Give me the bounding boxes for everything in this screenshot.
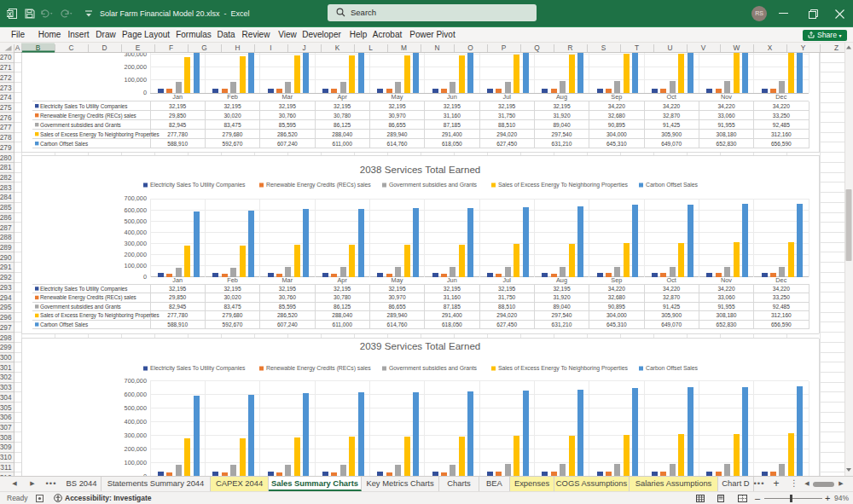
svg-text:31,750: 31,750 <box>498 113 516 119</box>
svg-text:308,180: 308,180 <box>717 312 737 318</box>
svg-text:400,000: 400,000 <box>125 418 147 426</box>
svg-text:280: 280 <box>0 154 12 162</box>
svg-text:308: 308 <box>0 433 12 442</box>
svg-text:31,160: 31,160 <box>444 113 461 119</box>
svg-text:T: T <box>635 43 639 52</box>
svg-text:Aug: Aug <box>556 276 567 284</box>
svg-text:618,050: 618,050 <box>442 322 462 327</box>
svg-text:627,450: 627,450 <box>496 141 517 147</box>
svg-text:277: 277 <box>0 123 12 131</box>
svg-text:29,850: 29,850 <box>169 294 187 300</box>
svg-text:30,760: 30,760 <box>279 113 297 119</box>
svg-text:286: 286 <box>0 213 12 222</box>
svg-text:300: 300 <box>0 353 12 362</box>
svg-text:611,000: 611,000 <box>332 322 352 327</box>
svg-text:Oct: Oct <box>666 93 676 101</box>
svg-text:W: W <box>734 43 740 52</box>
svg-text:A: A <box>15 43 20 52</box>
svg-text:H: H <box>235 43 241 52</box>
svg-text:30,760: 30,760 <box>279 294 297 300</box>
svg-text:700,000: 700,000 <box>125 377 147 385</box>
svg-text:298: 298 <box>0 333 12 342</box>
svg-text:33,060: 33,060 <box>717 294 735 300</box>
svg-text:631,210: 631,210 <box>552 322 572 327</box>
svg-text:Jul: Jul <box>503 93 512 101</box>
svg-text:310: 310 <box>0 453 12 461</box>
svg-text:Sales of Excess Energy To Neig: Sales of Excess Energy To Neighboring Pr… <box>498 365 628 372</box>
svg-text:297,540: 297,540 <box>552 312 572 318</box>
svg-text:296: 296 <box>0 313 12 322</box>
svg-text:276: 276 <box>0 113 12 122</box>
svg-text:K: K <box>335 43 340 52</box>
svg-text:294: 294 <box>0 293 12 302</box>
svg-text:300,000: 300,000 <box>125 432 147 439</box>
svg-text:82,945: 82,945 <box>169 304 187 310</box>
svg-text:100,000: 100,000 <box>125 76 147 84</box>
svg-text:Renewable Energy Credits (RECs: Renewable Energy Credits (RECs) sales <box>266 365 371 372</box>
svg-text:297: 297 <box>0 323 12 332</box>
svg-text:200,000: 200,000 <box>125 63 147 71</box>
svg-text:614,760: 614,760 <box>387 322 408 327</box>
svg-text:C: C <box>69 43 74 52</box>
svg-text:32,680: 32,680 <box>608 294 626 300</box>
svg-text:279: 279 <box>0 143 12 152</box>
svg-text:30,780: 30,780 <box>334 113 351 119</box>
svg-text:292: 292 <box>0 273 12 281</box>
svg-text:32,195: 32,195 <box>334 286 351 292</box>
svg-text:303: 303 <box>0 383 12 391</box>
svg-text:Electricity Sales To Utility C: Electricity Sales To Utility Companies <box>40 286 127 293</box>
svg-text:82,945: 82,945 <box>169 122 187 128</box>
svg-text:31,920: 31,920 <box>553 113 571 119</box>
svg-text:Carbon Offset Sales: Carbon Offset Sales <box>646 182 699 188</box>
svg-text:Jan: Jan <box>172 93 183 101</box>
svg-text:308,180: 308,180 <box>717 131 737 137</box>
svg-text:Feb: Feb <box>227 93 238 101</box>
svg-text:32,195: 32,195 <box>498 103 516 109</box>
svg-text:32,680: 32,680 <box>608 113 626 119</box>
svg-text:32,195: 32,195 <box>444 103 461 109</box>
svg-text:272: 272 <box>0 73 12 82</box>
svg-text:618,050: 618,050 <box>442 141 462 147</box>
svg-text:X: X <box>768 43 773 52</box>
svg-text:Sales of Excess Energy To Neig: Sales of Excess Energy To Neighboring Pr… <box>40 131 160 138</box>
svg-text:500,000: 500,000 <box>125 217 147 225</box>
svg-text:285: 285 <box>0 203 12 211</box>
svg-text:83,475: 83,475 <box>223 122 241 128</box>
svg-text:D: D <box>102 43 107 52</box>
svg-text:34,220: 34,220 <box>717 286 735 292</box>
svg-text:0: 0 <box>143 273 147 281</box>
svg-text:30,970: 30,970 <box>388 113 406 119</box>
svg-text:Government subsidies and Grant: Government subsidies and Grants <box>40 304 121 310</box>
svg-text:32,870: 32,870 <box>663 113 681 119</box>
svg-text:0: 0 <box>143 89 147 96</box>
svg-text:Carbon Offset Sales: Carbon Offset Sales <box>40 322 88 327</box>
svg-text:611,000: 611,000 <box>332 141 352 147</box>
svg-text:Renewable Energy Credits (RECs: Renewable Energy Credits (RECs) sales <box>40 113 136 119</box>
svg-text:627,450: 627,450 <box>496 322 517 327</box>
svg-text:279,680: 279,680 <box>223 312 243 318</box>
svg-text:Renewable Energy Credits (RECs: Renewable Energy Credits (RECs) sales <box>266 182 371 188</box>
svg-text:85,595: 85,595 <box>279 304 297 310</box>
svg-text:31,160: 31,160 <box>444 294 461 300</box>
svg-text:588,910: 588,910 <box>167 141 188 147</box>
svg-text:Sales of Excess Energy To Neig: Sales of Excess Energy To Neighboring Pr… <box>40 312 160 319</box>
svg-text:30,020: 30,020 <box>223 113 241 119</box>
svg-text:91,955: 91,955 <box>717 122 735 128</box>
svg-text:300,000: 300,000 <box>125 240 147 247</box>
svg-text:290: 290 <box>0 253 12 262</box>
svg-text:283: 283 <box>0 183 12 192</box>
svg-text:645,310: 645,310 <box>606 322 627 327</box>
svg-text:Electricity Sales To Utility C: Electricity Sales To Utility Companies <box>150 365 246 372</box>
svg-text:Feb: Feb <box>227 276 238 284</box>
svg-text:278: 278 <box>0 133 12 142</box>
svg-text:301: 301 <box>0 363 12 372</box>
svg-text:2038 Services Total Earned: 2038 Services Total Earned <box>360 164 481 175</box>
svg-text:309: 309 <box>0 443 12 451</box>
svg-text:294,020: 294,020 <box>496 131 517 137</box>
svg-text:Aug: Aug <box>556 93 567 101</box>
svg-text:31,750: 31,750 <box>498 294 516 300</box>
svg-text:83,475: 83,475 <box>223 304 241 310</box>
svg-text:288: 288 <box>0 233 12 241</box>
svg-text:700,000: 700,000 <box>125 194 147 202</box>
svg-text:Oct: Oct <box>666 276 676 284</box>
